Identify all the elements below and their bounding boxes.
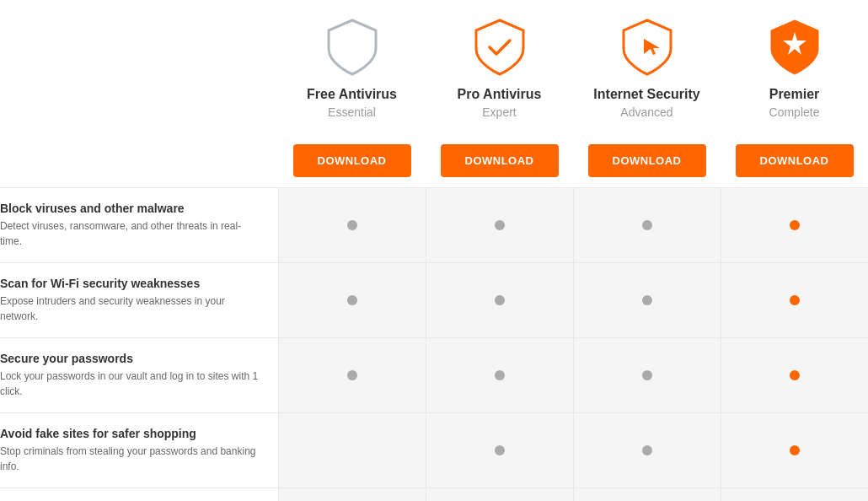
- dot-cell-1-0: [278, 263, 426, 337]
- comparison-table: Free Antivirus Essential Pro Antivirus E…: [0, 0, 868, 501]
- dot-cell-3-0: [278, 413, 426, 488]
- dot-cell-0-3: [721, 188, 868, 262]
- feature-rows: Block viruses and other malwareDetect vi…: [0, 187, 868, 501]
- shield-icon-free: [324, 17, 381, 78]
- feature-text-2: Lock your passwords in our vault and log…: [0, 369, 263, 399]
- feature-title-2: Secure your passwords: [0, 352, 263, 365]
- dot-2-0: [347, 370, 357, 380]
- feature-row-0: Block viruses and other malwareDetect vi…: [0, 187, 868, 262]
- dot-1-2: [642, 295, 652, 305]
- feature-description-4: Safely run suspicious appsSandbox any ap…: [0, 488, 278, 501]
- dot-cell-0-1: [426, 188, 573, 262]
- dot-0-1: [495, 220, 505, 230]
- download-cell-free: DOWNLOAD: [278, 134, 426, 187]
- header-row: Free Antivirus Essential Pro Antivirus E…: [0, 17, 868, 134]
- feature-description-0: Block viruses and other malwareDetect vi…: [0, 188, 278, 262]
- feature-title-0: Block viruses and other malware: [0, 202, 263, 215]
- feature-text-1: Expose intruders and security weaknesses…: [0, 294, 263, 324]
- download-button-premier[interactable]: DOWNLOAD: [736, 144, 854, 177]
- dot-cell-0-0: [278, 188, 426, 262]
- dot-3-1: [495, 445, 505, 455]
- product-header-premier: Premier Complete: [721, 17, 868, 126]
- dot-cell-1-2: [573, 263, 721, 337]
- dot-1-0: [347, 295, 357, 305]
- dot-cell-4-1: [426, 488, 573, 501]
- dot-cell-4-2: [573, 488, 721, 501]
- svg-marker-0: [644, 39, 660, 55]
- shield-icon-pro: [471, 17, 528, 78]
- download-empty: [0, 134, 278, 187]
- shield-icon-premier: [766, 17, 823, 78]
- product-name-free: Free Antivirus: [307, 86, 397, 104]
- dot-0-2: [642, 220, 652, 230]
- product-name-pro: Pro Antivirus: [458, 86, 542, 104]
- dot-1-1: [495, 295, 505, 305]
- feature-row-4: Safely run suspicious appsSandbox any ap…: [0, 488, 868, 501]
- feature-text-3: Stop criminals from stealing your passwo…: [0, 444, 263, 474]
- dot-cell-2-1: [426, 338, 573, 412]
- dot-cell-2-3: [721, 338, 868, 412]
- dot-cell-0-2: [573, 188, 721, 262]
- feature-description-1: Scan for Wi-Fi security weaknessesExpose…: [0, 263, 278, 337]
- feature-description-3: Avoid fake sites for safer shoppingStop …: [0, 413, 278, 488]
- download-cell-pro: DOWNLOAD: [426, 134, 573, 187]
- download-row: DOWNLOAD DOWNLOAD DOWNLOAD DOWNLOAD: [0, 134, 868, 187]
- shield-icon-internet: [619, 17, 676, 78]
- dot-2-2: [642, 370, 652, 380]
- download-cell-premier: DOWNLOAD: [721, 134, 868, 187]
- product-name-internet: Internet Security: [593, 86, 699, 104]
- dot-3-2: [642, 445, 652, 455]
- download-cell-internet: DOWNLOAD: [573, 134, 721, 187]
- feature-row-1: Scan for Wi-Fi security weaknessesExpose…: [0, 262, 868, 337]
- dot-cell-4-3: [721, 488, 868, 501]
- dot-cell-1-1: [426, 263, 573, 337]
- dot-cell-3-2: [573, 413, 721, 488]
- dot-cell-4-0: [278, 488, 426, 501]
- product-subtitle-free: Essential: [328, 105, 376, 119]
- feature-text-0: Detect viruses, ransomware, and other th…: [0, 218, 263, 249]
- dot-3-3: [790, 445, 800, 455]
- feature-description-2: Secure your passwordsLock your passwords…: [0, 338, 278, 412]
- product-header-pro: Pro Antivirus Expert: [426, 17, 573, 126]
- download-button-internet[interactable]: DOWNLOAD: [588, 144, 706, 177]
- dot-cell-1-3: [721, 263, 868, 337]
- dot-cell-2-0: [278, 338, 426, 412]
- download-button-pro[interactable]: DOWNLOAD: [441, 144, 559, 177]
- dot-cell-3-1: [426, 413, 573, 488]
- dot-1-3: [790, 295, 800, 305]
- dot-2-1: [495, 370, 505, 380]
- dot-0-3: [790, 220, 800, 230]
- feature-row-3: Avoid fake sites for safer shoppingStop …: [0, 412, 868, 488]
- feature-title-1: Scan for Wi-Fi security weaknesses: [0, 277, 263, 290]
- product-subtitle-premier: Complete: [769, 105, 820, 119]
- product-header-free: Free Antivirus Essential: [278, 17, 426, 126]
- dot-cell-2-2: [573, 338, 721, 412]
- feature-title-3: Avoid fake sites for safer shopping: [0, 427, 263, 440]
- feature-row-2: Secure your passwordsLock your passwords…: [0, 337, 868, 412]
- product-subtitle-pro: Expert: [482, 105, 516, 119]
- product-name-premier: Premier: [769, 86, 820, 104]
- product-subtitle-internet: Advanced: [620, 105, 672, 119]
- product-header-internet: Internet Security Advanced: [573, 17, 721, 126]
- dot-2-3: [790, 370, 800, 380]
- dot-cell-3-3: [721, 413, 868, 488]
- download-button-free[interactable]: DOWNLOAD: [293, 144, 411, 177]
- dot-0-0: [347, 220, 357, 230]
